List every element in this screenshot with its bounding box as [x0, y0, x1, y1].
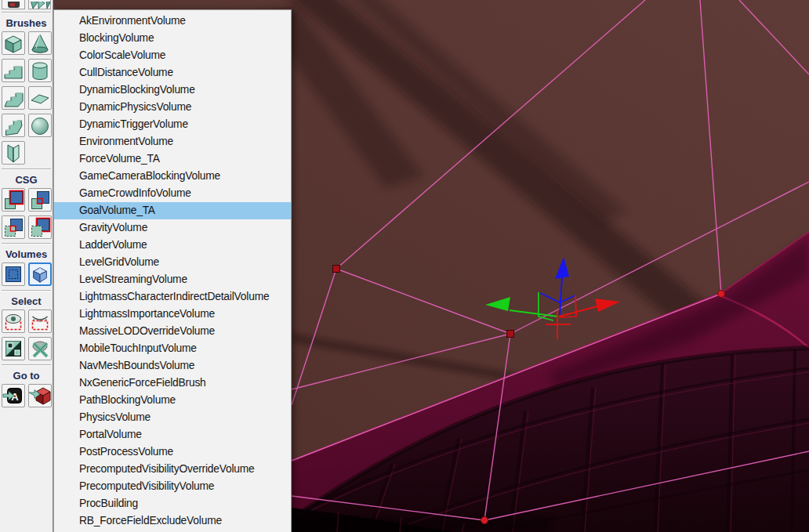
menu-item-ProcBuilding[interactable]: ProcBuilding	[54, 495, 291, 512]
section-label-volumes: Volumes	[0, 247, 53, 262]
menu-item-ColorScaleVolume[interactable]: ColorScaleVolume	[54, 47, 291, 64]
toolbar-button-brush-cube[interactable]	[2, 31, 25, 55]
menu-item-LightmassImportanceVolume[interactable]: LightmassImportanceVolume	[54, 306, 291, 323]
toolbar-button-volume-cube[interactable]	[28, 262, 52, 286]
menu-item-MassiveLODOverrideVolume[interactable]: MassiveLODOverrideVolume	[54, 323, 291, 340]
toolbar-button-csg-add[interactable]	[2, 188, 25, 212]
toolbar-button-brush-sheet[interactable]	[28, 86, 52, 110]
clipped-icon	[2, 2, 24, 9]
menu-item-MobileTouchInputVolume[interactable]: MobileTouchInputVolume	[54, 340, 291, 357]
menu-item-EnvironmentVolume[interactable]: EnvironmentVolume	[54, 133, 291, 150]
menu-item-PhysicsVolume[interactable]: PhysicsVolume	[54, 409, 291, 426]
toolbar-row	[0, 141, 53, 165]
brush-cone-icon	[29, 32, 51, 54]
toolbar-button-clipped-1[interactable]	[2, 0, 25, 9]
menu-item-GravityVolume[interactable]: GravityVolume	[54, 219, 291, 237]
menu-item-LadderVolume[interactable]: LadderVolume	[54, 237, 291, 254]
select-none-icon	[29, 338, 51, 360]
brush-sheet-icon	[29, 87, 51, 109]
brush-volumetric-icon	[2, 142, 24, 164]
menu-item-NavMeshBoundsVolume[interactable]: NavMeshBoundsVolume	[54, 357, 291, 375]
select-invert-icon	[2, 338, 24, 360]
volume-cube-icon	[30, 263, 50, 285]
toolbar-row	[0, 86, 53, 110]
menu-item-RB_ForceFieldExcludeVolume[interactable]: RB_ForceFieldExcludeVolume	[54, 512, 291, 530]
toolbar-row: A	[0, 384, 53, 407]
csg-deintersect-icon	[29, 216, 51, 238]
menu-item-DynamicBlockingVolume[interactable]: DynamicBlockingVolume	[54, 81, 291, 99]
brush-cube-icon	[2, 32, 24, 54]
menu-item-LevelStreamingVolume[interactable]: LevelStreamingVolume	[54, 271, 291, 288]
toolbar-button-csg-subtract[interactable]	[28, 188, 52, 212]
menu-item-AkEnvironmentVolume[interactable]: AkEnvironmentVolume	[54, 13, 291, 30]
section-label-brushes: Brushes	[0, 16, 53, 31]
toolbar-separator	[2, 168, 51, 170]
csg-intersect-icon	[2, 216, 24, 238]
toolbar-separator	[2, 12, 51, 13]
toolbar-button-goto-builder-brush[interactable]	[28, 384, 52, 407]
toolbar-separator	[2, 290, 51, 291]
csg-subtract-icon	[29, 189, 51, 211]
toolbar-button-select-show-eye[interactable]	[2, 309, 25, 333]
toolbar-button-select-hide-eye[interactable]	[28, 309, 52, 333]
section-label-csg: CSG	[0, 172, 53, 188]
brush-sphere-icon	[29, 114, 51, 136]
toolbar-button-select-none[interactable]	[28, 337, 52, 360]
goto-actor-icon: A	[2, 385, 24, 407]
toolbar-clipped-row	[0, 0, 53, 9]
brush-vertex-handle[interactable]	[507, 331, 514, 338]
goto-builder-brush-icon	[29, 385, 51, 407]
menu-item-ForceVolume_TA[interactable]: ForceVolume_TA	[54, 150, 291, 168]
toolbar-button-csg-deintersect[interactable]	[28, 215, 52, 239]
toolbar-button-volume-show[interactable]	[2, 262, 25, 286]
toolbar-separator	[2, 243, 51, 244]
menu-item-PrecomputedVisibilityOverrideVolume[interactable]: PrecomputedVisibilityOverrideVolume	[54, 461, 291, 478]
toolbar-row	[0, 309, 53, 333]
menu-item-DynamicTriggerVolume[interactable]: DynamicTriggerVolume	[54, 116, 291, 133]
menu-item-GoalVolume_TA[interactable]: GoalVolume_TA	[54, 202, 291, 219]
menu-item-GameCameraBlockingVolume[interactable]: GameCameraBlockingVolume	[54, 168, 291, 185]
select-show-eye-icon	[2, 310, 24, 332]
menu-item-PortalVolume[interactable]: PortalVolume	[54, 426, 291, 443]
menu-item-GameCrowdInfoVolume[interactable]: GameCrowdInfoVolume	[54, 185, 291, 202]
menu-item-PostProcessVolume[interactable]: PostProcessVolume	[54, 443, 291, 461]
toolbar-button-brush-volumetric[interactable]	[2, 141, 25, 165]
toolbar-button-brush-curved-stairs[interactable]	[2, 114, 25, 137]
toolbar-row	[0, 188, 53, 212]
brush-vertex-handle[interactable]	[718, 291, 725, 298]
toolbar-button-brush-stairs[interactable]	[2, 59, 25, 82]
toolbar-separator	[2, 364, 51, 366]
toolbar-button-csg-intersect[interactable]	[2, 215, 25, 239]
volume-show-icon	[2, 263, 24, 285]
toolbar-row	[0, 59, 53, 82]
menu-item-BlockingVolume[interactable]: BlockingVolume	[54, 30, 291, 47]
brush-vertex-handle[interactable]	[333, 266, 340, 273]
toolbar-row	[0, 215, 53, 239]
menu-item-LightmassCharacterIndirectDetailVolume[interactable]: LightmassCharacterIndirectDetailVolume	[54, 288, 291, 306]
brush-big-stairs-icon	[2, 87, 24, 109]
toolbar-row	[0, 31, 53, 55]
select-hide-eye-icon	[29, 310, 51, 332]
brush-curved-stairs-icon	[2, 114, 24, 136]
toolbar-button-brush-big-stairs[interactable]	[2, 86, 25, 110]
toolbar-button-goto-actor[interactable]: A	[2, 384, 25, 407]
toolbar-button-brush-cylinder[interactable]	[28, 59, 52, 82]
menu-item-PrecomputedVisibilityVolume[interactable]: PrecomputedVisibilityVolume	[54, 478, 291, 495]
toolbar-row	[0, 114, 53, 137]
menu-item-DynamicPhysicsVolume[interactable]: DynamicPhysicsVolume	[54, 99, 291, 116]
menu-item-CullDistanceVolume[interactable]: CullDistanceVolume	[54, 64, 291, 81]
brush-vertex-handle[interactable]	[481, 517, 488, 524]
section-label-select: Select	[0, 294, 53, 309]
menu-item-PathBlockingVolume[interactable]: PathBlockingVolume	[54, 392, 291, 409]
csg-add-icon	[2, 189, 24, 211]
brush-cylinder-icon	[29, 60, 51, 81]
menu-item-NxGenericForceFieldBrush[interactable]: NxGenericForceFieldBrush	[54, 375, 291, 392]
toolbar-button-brush-cone[interactable]	[28, 31, 52, 55]
foliage-icon	[29, 2, 51, 9]
toolbar-button-brush-sphere[interactable]	[28, 114, 52, 137]
toolbar-button-clipped-2[interactable]	[28, 0, 52, 9]
menu-item-LevelGridVolume[interactable]: LevelGridVolume	[54, 254, 291, 271]
section-label-go-to: Go to	[0, 368, 53, 384]
brush-stairs-icon	[2, 60, 24, 81]
toolbar-button-select-invert[interactable]	[2, 337, 25, 360]
